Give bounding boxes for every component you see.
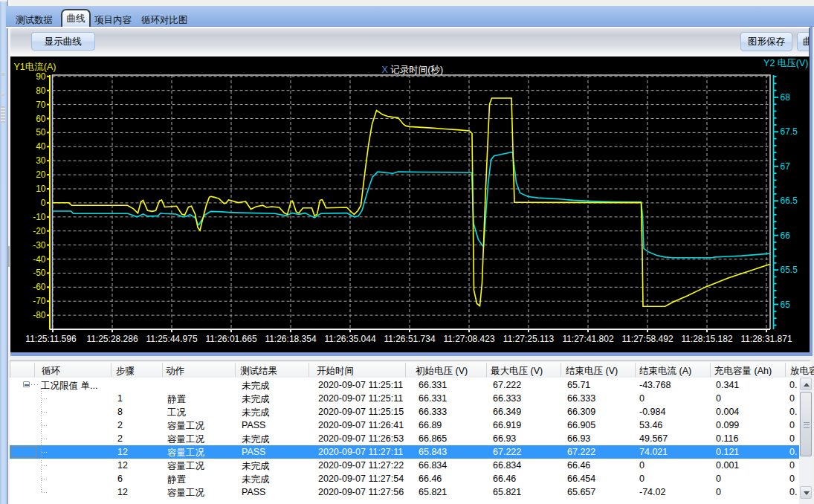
svg-text:70: 70 xyxy=(36,99,46,109)
svg-text:30: 30 xyxy=(36,155,46,166)
svg-text:-60: -60 xyxy=(33,282,46,292)
svg-text:80: 80 xyxy=(36,85,46,95)
svg-text:67.5: 67.5 xyxy=(780,126,798,137)
svg-text:50: 50 xyxy=(36,127,46,138)
svg-text:67: 67 xyxy=(780,161,790,171)
svg-text:11:26:18.354: 11:26:18.354 xyxy=(265,333,317,343)
svg-text:11:26:35.044: 11:26:35.044 xyxy=(324,333,376,343)
svg-text:11:26:01.665: 11:26:01.665 xyxy=(205,333,257,343)
svg-text:11:27:58.492: 11:27:58.492 xyxy=(621,333,674,343)
svg-text:11:25:11.596: 11:25:11.596 xyxy=(25,333,77,343)
svg-text:11:26:51.734: 11:26:51.734 xyxy=(384,333,436,343)
svg-text:-20: -20 xyxy=(33,225,46,236)
svg-text:66: 66 xyxy=(780,230,790,240)
svg-text:11:25:28.286: 11:25:28.286 xyxy=(86,333,138,343)
svg-text:-10: -10 xyxy=(33,211,46,222)
svg-text:40: 40 xyxy=(36,141,46,152)
svg-text:20: 20 xyxy=(36,169,46,180)
svg-text:10: 10 xyxy=(36,184,46,194)
svg-text:0: 0 xyxy=(40,197,45,207)
svg-text:11:25:44.975: 11:25:44.975 xyxy=(146,333,198,343)
svg-text:11:27:41.802: 11:27:41.802 xyxy=(562,333,614,343)
svg-text:-30: -30 xyxy=(33,239,46,250)
svg-text:11:28:31.871: 11:28:31.871 xyxy=(740,333,792,343)
svg-text:Y1电流(A): Y1电流(A) xyxy=(13,61,56,71)
svg-text:65: 65 xyxy=(780,299,790,309)
svg-text:11:27:08.423: 11:27:08.423 xyxy=(443,333,495,343)
svg-text:60: 60 xyxy=(36,113,46,123)
svg-text:66.5: 66.5 xyxy=(780,196,798,206)
svg-text:11:28:15.182: 11:28:15.182 xyxy=(681,333,733,343)
svg-text:-70: -70 xyxy=(33,296,46,306)
svg-text:Y2 电压(V): Y2 电压(V) xyxy=(763,57,808,68)
svg-text:-50: -50 xyxy=(33,268,46,278)
svg-text:65.5: 65.5 xyxy=(780,265,798,275)
svg-text:-40: -40 xyxy=(33,253,46,264)
svg-text:-80: -80 xyxy=(33,310,46,320)
svg-text:11:27:25.113: 11:27:25.113 xyxy=(503,333,554,343)
svg-text:X 记录时间(秒): X 记录时间(秒) xyxy=(381,64,443,74)
svg-text:68: 68 xyxy=(780,91,790,102)
svg-text:90: 90 xyxy=(36,71,46,81)
